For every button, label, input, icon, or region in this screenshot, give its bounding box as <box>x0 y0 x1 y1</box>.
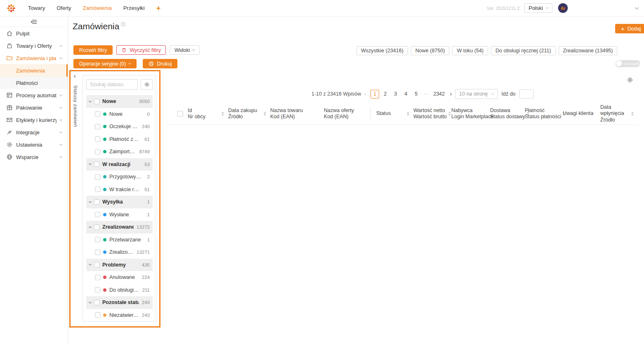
panel-collapse-icon[interactable] <box>74 75 77 78</box>
status-checkbox[interactable] <box>95 312 100 318</box>
status-item-niezatwierdzone-allegro[interactable]: Niezatwierdzone (Allegro)243 <box>86 309 153 322</box>
page-5[interactable]: 5 <box>412 90 420 98</box>
views-button[interactable]: Widoki <box>170 45 200 55</box>
sort-icon[interactable] <box>631 112 634 116</box>
status-item-zrealizowane[interactable]: Zrealizowane13271 <box>86 246 153 259</box>
avatar[interactable]: Ai <box>557 2 569 14</box>
group-checkbox[interactable] <box>94 262 99 267</box>
sidebar-item-zamowienia-i-platnosci[interactable]: Zamówienia i płatności <box>0 52 68 64</box>
status-item-w-trakcie-realizacji[interactable]: W trakcie realizacji51 <box>86 183 153 196</box>
status-item-oczekuje-na-platnosc[interactable]: Oczekuje na płatność240 <box>86 120 153 133</box>
chevron-down-icon[interactable] <box>89 162 92 165</box>
status-checkbox[interactable] <box>95 250 100 255</box>
tab-do-obslugi-recznej[interactable]: Do obsługi ręcznej (211) <box>491 46 556 55</box>
bulk-operations-button[interactable]: Operacje seryjne (0) <box>73 59 137 68</box>
status-group-wysylka[interactable]: Wysyłka1 <box>86 196 153 208</box>
sidebar-item-pakowanie[interactable]: Pakowanie <box>0 101 68 114</box>
sort-icon[interactable] <box>264 112 266 116</box>
chevron-down-icon[interactable] <box>89 263 92 266</box>
sidebar-item-etykiety-i-kurierzy[interactable]: Etykiety i kurierzy <box>0 114 68 126</box>
status-checkbox[interactable] <box>95 287 100 293</box>
chevron-down-icon[interactable] <box>89 225 92 228</box>
add-button[interactable]: + Dodaj <box>615 24 644 33</box>
clear-filters-button[interactable]: Wyczyść filtry <box>116 45 166 55</box>
status-checkbox[interactable] <box>95 111 100 117</box>
page-2[interactable]: 2 <box>381 90 389 98</box>
tab-w-toku[interactable]: W toku (54) <box>452 46 488 55</box>
select-all-checkbox[interactable] <box>177 111 183 117</box>
prev-page-icon[interactable] <box>364 92 367 95</box>
status-item-platnosc-zweryfikowana[interactable]: Płatność zweryfikowana61 <box>86 133 153 146</box>
page-3[interactable]: 3 <box>391 90 400 98</box>
nav-zamowienia[interactable]: Zamówienia <box>83 5 112 11</box>
sidebar-item-platnosci[interactable]: Płatności <box>0 77 68 89</box>
print-button[interactable]: Drukuj <box>143 59 177 68</box>
column-header-platnosc-status-platnosci[interactable]: PłatnośćStatus płatności <box>525 108 563 120</box>
status-checkbox[interactable] <box>95 275 100 280</box>
status-checkbox[interactable] <box>95 136 100 142</box>
sidebar-item-ustawienia[interactable]: Ustawienia <box>0 138 68 151</box>
nav-oferty[interactable]: Oferty <box>57 5 71 11</box>
next-page-icon[interactable] <box>449 92 452 95</box>
status-item-wyslane[interactable]: Wysłane1 <box>86 208 153 221</box>
status-group-w-realizacji[interactable]: W realizacji53 <box>86 158 153 171</box>
chevron-down-icon[interactable] <box>89 200 92 203</box>
column-header-wartosc-netto-wartosc-brutto[interactable]: Wartość nettoWartość brutto <box>413 108 451 120</box>
status-settings-gear-icon[interactable] <box>141 79 153 90</box>
status-group-nowe[interactable]: Nowe9050 <box>86 95 153 108</box>
status-group-problemy[interactable]: Problemy435 <box>86 259 153 271</box>
group-checkbox[interactable] <box>94 225 99 230</box>
status-checkbox[interactable] <box>95 237 100 242</box>
status-item-przetwarzane[interactable]: Przetwarzane1 <box>86 234 153 246</box>
column-header-data-wplyniecia-zrodlo[interactable]: DatawpłynięciaŹródło <box>600 104 638 124</box>
sort-icon[interactable] <box>448 112 451 116</box>
topbar-chevron-down-icon[interactable] <box>635 5 639 9</box>
status-search-input[interactable] <box>86 79 138 90</box>
page-1[interactable]: 1 <box>370 90 379 98</box>
status-checkbox[interactable] <box>95 212 100 217</box>
status-item-zaimportowano-do-erp[interactable]: Zaimportowano do ERP8749 <box>86 145 153 158</box>
sidebar-item-zamowienia[interactable]: Zamówienia <box>0 64 68 77</box>
column-header-data-zakupu-zrodlo[interactable]: Data zakupuŹródło <box>228 108 270 120</box>
page-size-select[interactable]: 10 na stronę <box>455 89 498 99</box>
sidebar-item-pulpit[interactable]: Pulpit <box>0 27 68 40</box>
column-header-status[interactable]: Status <box>376 110 413 117</box>
column-header-id-nr-obcy[interactable]: IdNr obcy <box>188 108 228 120</box>
nav-towary[interactable]: Towary <box>28 5 45 11</box>
sort-icon[interactable] <box>222 112 224 116</box>
expand-filters-button[interactable]: Rozwiń filtry <box>73 45 113 55</box>
details-toggle[interactable]: Szczegóły <box>616 60 640 67</box>
status-checkbox[interactable] <box>95 149 100 154</box>
tab-nowe[interactable]: Nowe (8750) <box>411 46 450 55</box>
table-settings-gear-icon[interactable] <box>627 77 633 83</box>
sidebar-collapse-icon[interactable] <box>31 19 37 24</box>
chevron-down-icon[interactable] <box>89 99 92 102</box>
tab-zrealizowane[interactable]: Zrealizowane (13495) <box>559 46 618 55</box>
group-checkbox[interactable] <box>94 99 99 104</box>
status-item-przygotowywane-do-wy[interactable]: Przygotowywane do wy...2 <box>86 171 153 183</box>
status-item-nowe[interactable]: Nowe0 <box>86 108 153 121</box>
info-icon[interactable]: ⓘ <box>121 22 125 27</box>
status-checkbox[interactable] <box>95 174 100 180</box>
tab-wszystkie[interactable]: Wszystkie (23416) <box>356 46 408 55</box>
app-logo-icon[interactable] <box>6 3 17 14</box>
sidebar-item-wsparcie[interactable]: Wsparcie <box>0 151 68 163</box>
chevron-down-icon[interactable] <box>89 300 92 303</box>
sidebar-item-procesy-automatyczne[interactable]: Procesy automatyczne <box>0 89 68 101</box>
language-select[interactable]: Polski <box>524 3 552 13</box>
nav-add-icon[interactable]: + <box>156 5 161 12</box>
sidebar-item-integracje[interactable]: Integracje <box>0 126 68 138</box>
group-checkbox[interactable] <box>94 300 99 305</box>
group-checkbox[interactable] <box>94 161 99 167</box>
nav-przesylki[interactable]: Przesyłki <box>123 5 145 11</box>
column-header-dostawa-status-dostawy[interactable]: DostawaStatus dostawy <box>490 108 525 120</box>
page-4[interactable]: 4 <box>401 90 410 98</box>
status-checkbox[interactable] <box>95 124 100 129</box>
status-item-do-obslugi-recznej[interactable]: Do obsługi ręcznej211 <box>86 284 153 297</box>
group-checkbox[interactable] <box>94 199 99 205</box>
status-group-pozostale-statusy[interactable]: Pozostałe statusy243 <box>86 296 153 309</box>
status-group-zrealizowane[interactable]: Zrealizowane13272 <box>86 221 153 234</box>
status-item-anulowane[interactable]: Anulowane224 <box>86 271 153 284</box>
status-checkbox[interactable] <box>95 187 100 192</box>
page-2342[interactable]: 2342 <box>432 90 446 98</box>
